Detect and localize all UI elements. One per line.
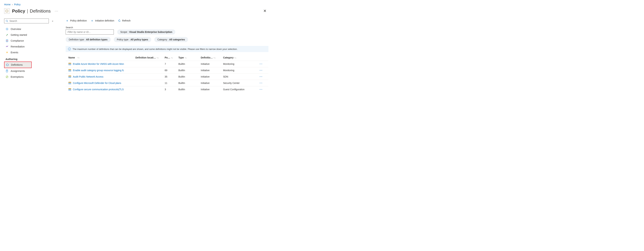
pill-val: All policy types [130, 38, 148, 41]
sidebar-item-compliance[interactable]: Compliance [4, 38, 61, 44]
sidebar-item-label: Compliance [11, 39, 24, 42]
row-name-link[interactable]: Enable audit category group resource log… [73, 69, 124, 72]
col-label: Name [68, 56, 75, 59]
breadcrumb-policy[interactable]: Policy [14, 3, 20, 6]
toolbar: ＋ Policy definition ＋ Initiative definit… [66, 18, 268, 23]
initiative-icon [68, 63, 71, 65]
info-text: The maximum number of definitions that c… [72, 48, 238, 50]
search-label: Search [66, 26, 268, 29]
policy-resource-icon [4, 8, 10, 14]
filter-scope[interactable]: Scope : Visual Studio Enterprise Subscri… [117, 30, 175, 34]
toolbar-label: Policy definition [70, 19, 87, 22]
filter-category[interactable]: Category : All categories [154, 37, 188, 42]
col-location[interactable]: Definition locati…↑↓ [136, 56, 165, 59]
sidebar-item-label: Assignments [11, 70, 25, 72]
row-definition: Initiative [201, 62, 223, 65]
rocket-icon [6, 34, 8, 36]
row-category: Guest Configuration [223, 88, 256, 91]
row-type: BuiltIn [178, 75, 201, 78]
breadcrumb: Home › Policy [4, 3, 268, 6]
sidebar-search-input[interactable] [10, 20, 47, 22]
filter-search-input[interactable] [66, 30, 114, 34]
page-title: Policy | Definitions [12, 8, 51, 14]
sidebar-item-exemptions[interactable]: Exemptions [4, 74, 61, 80]
collapse-sidebar-icon[interactable]: « [52, 20, 52, 22]
svg-marker-0 [6, 10, 8, 12]
toolbar-initiative-definition[interactable]: ＋ Initiative definition [90, 18, 114, 23]
close-icon[interactable]: ✕ [263, 9, 268, 13]
row-policies: 11 [165, 82, 178, 84]
sidebar: « Overview Getting started Compliance Re… [4, 18, 61, 80]
page-header: Policy | Definitions ··· ✕ [4, 8, 268, 14]
sidebar-item-assignments[interactable]: Assignments [4, 68, 61, 74]
sidebar-item-events[interactable]: Events [4, 50, 61, 55]
sidebar-item-getting-started[interactable]: Getting started [4, 32, 61, 38]
plus-icon: ＋ [66, 18, 69, 23]
col-label: Po… [165, 56, 170, 59]
row-actions-icon[interactable]: ··· [260, 62, 262, 65]
row-name-link[interactable]: Enable Azure Monitor for VMSS with Azure… [73, 62, 124, 65]
initiative-icon [68, 69, 71, 72]
table-row[interactable]: Enable audit category group resource log… [66, 67, 268, 74]
table-row[interactable]: Audit Public Network Access35BuiltInInit… [66, 74, 268, 80]
col-policies[interactable]: Po…↑↓ [165, 56, 178, 59]
sort-icon: ↑↓ [234, 56, 236, 59]
col-name[interactable]: Name↑↓ [68, 56, 136, 59]
breadcrumb-home[interactable]: Home [4, 3, 10, 6]
col-type[interactable]: Type↑↓ [178, 56, 201, 59]
row-actions-icon[interactable]: ··· [260, 82, 262, 84]
table-header: Name↑↓ Definition locati…↑↓ Po…↑↓ Type↑↓… [66, 54, 268, 61]
filter-definition-type[interactable]: Definition type : All definition types [66, 37, 111, 42]
sidebar-item-overview[interactable]: Overview [4, 26, 61, 32]
row-definition: Initiative [201, 88, 223, 91]
refresh-icon [118, 19, 121, 22]
header-more-icon[interactable]: ··· [55, 9, 58, 13]
filter-policy-type[interactable]: Policy type : All policy types [114, 37, 151, 42]
breadcrumb-sep: › [12, 3, 13, 6]
svg-rect-9 [6, 70, 8, 70]
table-row[interactable]: Configure Microsoft Defender for Cloud p… [66, 80, 268, 86]
sidebar-item-definitions[interactable]: Definitions [4, 62, 31, 68]
svg-line-2 [8, 22, 8, 22]
svg-point-4 [7, 29, 8, 30]
pill-val: Visual Studio Enterprise Subscription [129, 30, 172, 33]
sidebar-section-authoring: Authoring [4, 55, 61, 62]
row-actions-icon[interactable]: ··· [260, 88, 262, 91]
col-definition[interactable]: Definitio…↑↓ [201, 56, 223, 59]
sidebar-item-label: Definitions [11, 64, 23, 66]
sidebar-item-remediation[interactable]: Remediation [4, 44, 61, 50]
sidebar-item-label: Exemptions [11, 76, 24, 78]
row-actions-icon[interactable]: ··· [260, 69, 262, 72]
row-name-link[interactable]: Configure secure communication protocols… [73, 88, 124, 91]
svg-point-1 [6, 20, 8, 22]
row-category: Monitoring [223, 62, 256, 65]
row-policies: 7 [165, 62, 178, 65]
sidebar-item-label: Getting started [11, 34, 27, 36]
assignments-icon [6, 70, 8, 72]
row-name-link[interactable]: Configure Microsoft Defender for Cloud p… [73, 82, 121, 84]
definitions-table: Name↑↓ Definition locati…↑↓ Po…↑↓ Type↑↓… [66, 54, 268, 92]
row-category: Security Center [223, 82, 256, 84]
row-name-link[interactable]: Audit Public Network Access [73, 75, 103, 78]
sidebar-item-label: Remediation [11, 45, 24, 48]
toolbar-refresh[interactable]: Refresh [118, 19, 130, 22]
plus-icon: ＋ [90, 18, 94, 23]
col-label: Definitio… [201, 56, 213, 59]
compliance-icon [6, 39, 8, 42]
row-policies: 35 [165, 75, 178, 78]
row-actions-icon[interactable]: ··· [260, 75, 262, 78]
table-row[interactable]: Configure secure communication protocols… [66, 86, 268, 92]
row-category: Monitoring [223, 69, 256, 72]
table-row[interactable]: Enable Azure Monitor for VMSS with Azure… [66, 61, 268, 67]
sort-icon: ↑↓ [214, 56, 216, 59]
info-icon: i [68, 48, 71, 50]
definitions-icon [6, 64, 9, 66]
pill-val: All categories [169, 38, 185, 41]
sidebar-search[interactable] [4, 18, 49, 24]
svg-line-11 [6, 76, 8, 78]
svg-point-6 [7, 40, 8, 41]
row-policies: 3 [165, 88, 178, 91]
initiative-icon [68, 82, 71, 84]
col-category[interactable]: Category↑↓ [223, 56, 256, 59]
toolbar-policy-definition[interactable]: ＋ Policy definition [66, 18, 87, 23]
